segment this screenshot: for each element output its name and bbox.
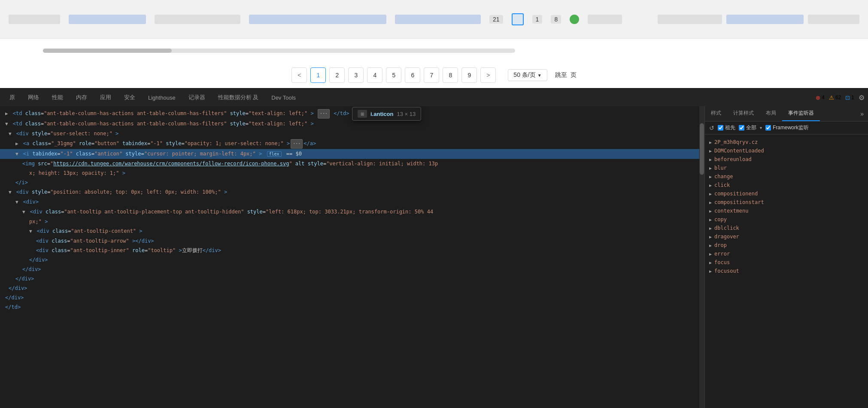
dom-line-8[interactable]: </i> — [0, 178, 704, 187]
collapse-arrow-11[interactable]: ▼ — [22, 209, 25, 215]
event-expand-arrow-12[interactable]: ▶ — [709, 243, 712, 248]
dropdown-arrow-icon[interactable]: ▾ — [760, 125, 762, 130]
event-item-14[interactable]: ▶ focus — [705, 258, 868, 267]
dom-line-2[interactable]: ▼ <td class="ant-table-column-has-action… — [0, 119, 704, 129]
pagination-page-7[interactable]: 7 — [424, 67, 439, 83]
dom-line-6[interactable]: <img src="https://cdn.tungee.com/warehou… — [0, 159, 704, 168]
framework-checkbox-label[interactable]: Framework监听 — [765, 124, 809, 131]
scrollbar-track[interactable] — [43, 49, 515, 53]
dom-line-17[interactable]: </div> — [0, 265, 704, 274]
ellipsis-button-2[interactable]: ··· — [291, 139, 303, 149]
collapse-arrow-1[interactable]: ▶ — [5, 111, 8, 116]
scrollbar-thumb[interactable] — [43, 49, 172, 53]
tab-devtools[interactable]: Dev Tools — [265, 92, 302, 104]
event-item-1[interactable]: ▶ DOMContentLoaded — [705, 146, 868, 155]
event-expand-arrow-8[interactable]: ▶ — [709, 209, 712, 213]
tab-styles[interactable]: 样式 — [705, 106, 727, 121]
ellipsis-button-1[interactable]: ··· — [318, 109, 330, 119]
event-item-4[interactable]: ▶ change — [705, 172, 868, 181]
ancestor-checkbox-label[interactable]: 祖先 — [718, 124, 735, 131]
event-item-2[interactable]: ▶ beforeunload — [705, 155, 868, 164]
dom-line-3[interactable]: ▼ <div style="user-select: none;" > — [0, 129, 704, 139]
event-item-13[interactable]: ▶ error — [705, 250, 868, 258]
event-expand-arrow-14[interactable]: ▶ — [709, 260, 712, 265]
tab-event-listeners[interactable]: 事件监听器 — [782, 106, 820, 121]
event-expand-arrow-5[interactable]: ▶ — [709, 183, 712, 188]
event-item-10[interactable]: ▶ dblclick — [705, 224, 868, 232]
event-item-6[interactable]: ▶ compositionend — [705, 189, 868, 198]
dom-line-12[interactable]: px;" > — [0, 217, 704, 226]
tab-memory[interactable]: 内存 — [70, 91, 93, 104]
event-expand-arrow-2[interactable]: ▶ — [709, 157, 712, 162]
all-checkbox-label[interactable]: 全部 — [739, 124, 756, 131]
collapse-arrow-4[interactable]: ▶ — [15, 141, 18, 146]
dom-line-21[interactable]: </td> — [0, 302, 704, 312]
pagination-next-button[interactable]: > — [480, 67, 496, 83]
pagination-page-9[interactable]: 9 — [461, 67, 477, 83]
event-item-5[interactable]: ▶ click — [705, 181, 868, 189]
tab-lighthouse[interactable]: Lighthouse — [142, 92, 182, 104]
event-item-15[interactable]: ▶ focusout — [705, 267, 868, 275]
dom-line-7[interactable]: x; height: 13px; opacity: 1;" > — [0, 168, 704, 178]
dom-line-9[interactable]: ▼ <div style="position: absolute; top: 0… — [0, 187, 704, 197]
event-expand-arrow-7[interactable]: ▶ — [709, 200, 712, 205]
dom-line-14[interactable]: <div class="ant-tooltip-arrow" ></div> — [0, 236, 704, 246]
tab-computed[interactable]: 计算样式 — [727, 106, 760, 121]
event-expand-arrow-0[interactable]: ▶ — [709, 140, 712, 145]
collapse-arrow-5[interactable]: ▼ — [15, 151, 18, 157]
event-expand-arrow-4[interactable]: ▶ — [709, 174, 712, 179]
dom-line-16[interactable]: </div> — [0, 255, 704, 265]
pagination-page-4[interactable]: 4 — [367, 67, 382, 83]
dom-line-20[interactable]: </div> — [0, 293, 704, 302]
collapse-arrow-3[interactable]: ▼ — [9, 131, 12, 137]
dom-line-4[interactable]: ▶ <a class="_31gmg" role="button" tabind… — [0, 139, 704, 149]
tab-layout[interactable]: 布局 — [760, 106, 782, 121]
tab-yuan[interactable]: 原 — [3, 91, 21, 104]
pagination-page-1[interactable]: 1 — [310, 67, 326, 83]
event-item-0[interactable]: ▶ 2P_m3h8qryv.cz — [705, 138, 868, 146]
event-item-9[interactable]: ▶ copy — [705, 215, 868, 224]
collapse-arrow-10[interactable]: ▼ — [15, 199, 18, 205]
event-item-3[interactable]: ▶ blur — [705, 164, 868, 172]
dom-scrollbar-thumb[interactable] — [700, 123, 704, 175]
event-expand-arrow-6[interactable]: ▶ — [709, 192, 712, 196]
dom-line-19[interactable]: </div> — [0, 283, 704, 293]
ancestor-checkbox[interactable] — [718, 125, 723, 131]
collapse-arrow-13[interactable]: ▼ — [29, 228, 32, 234]
all-checkbox[interactable] — [739, 125, 744, 131]
tab-security[interactable]: 安全 — [118, 91, 141, 104]
dom-line-18[interactable]: </div> — [0, 274, 704, 283]
dom-scrollbar[interactable] — [699, 106, 704, 408]
tab-performance-insights[interactable]: 性能数据分析 及 — [212, 91, 265, 104]
dom-line-10[interactable]: ▼ <div> — [0, 197, 704, 207]
tab-performance[interactable]: 性能 — [46, 91, 69, 104]
event-item-11[interactable]: ▶ dragover — [705, 232, 868, 241]
pagination-page-5[interactable]: 5 — [386, 67, 401, 83]
pagination-page-2[interactable]: 2 — [329, 67, 345, 83]
event-expand-arrow-13[interactable]: ▶ — [709, 252, 712, 256]
collapse-arrow-9[interactable]: ▼ — [9, 189, 12, 195]
pagination-page-3[interactable]: 3 — [348, 67, 364, 83]
gear-icon[interactable]: ⚙ — [859, 94, 865, 102]
pagination-page-8[interactable]: 8 — [443, 67, 458, 83]
right-tab-more-button[interactable]: » — [856, 107, 868, 121]
event-expand-arrow-15[interactable]: ▶ — [709, 269, 712, 274]
dom-line-5-selected[interactable]: ▼ <i tabindex="-1" class="anticon" style… — [0, 149, 704, 159]
pagination-page-6[interactable]: 6 — [405, 67, 420, 83]
dom-line-13[interactable]: ▼ <div class="ant-tooltip-content" > — [0, 226, 704, 236]
event-item-8[interactable]: ▶ contextmenu — [705, 207, 868, 215]
event-item-7[interactable]: ▶ compositionstart — [705, 198, 868, 207]
framework-checkbox[interactable] — [765, 125, 771, 131]
event-expand-arrow-1[interactable]: ▶ — [709, 149, 712, 153]
event-expand-arrow-10[interactable]: ▶ — [709, 226, 712, 231]
tab-network[interactable]: 网络 — [22, 91, 45, 104]
page-size-selector[interactable]: 50 条/页 ▼ — [508, 69, 547, 81]
event-expand-arrow-3[interactable]: ▶ — [709, 166, 712, 171]
dom-line-11[interactable]: ▼ <div class="ant-tooltip ant-tooltip-pl… — [0, 207, 704, 217]
tab-recorder[interactable]: 记录器 — [182, 91, 211, 104]
refresh-button[interactable]: ↺ — [709, 125, 714, 131]
event-item-12[interactable]: ▶ drop — [705, 241, 868, 250]
event-expand-arrow-11[interactable]: ▶ — [709, 234, 712, 239]
dom-line-15[interactable]: <div class="ant-tooltip-inner" role="too… — [0, 246, 704, 255]
tab-application[interactable]: 应用 — [94, 91, 117, 104]
